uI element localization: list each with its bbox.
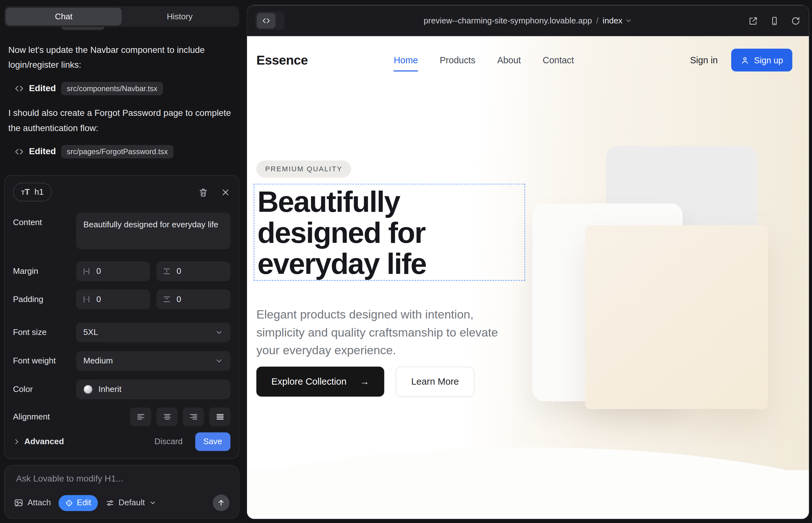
hero-cta-group: Explore Collection → Learn More: [256, 366, 474, 397]
font-weight-label: Font weight: [13, 356, 76, 365]
url-bar[interactable]: preview--charming-site-symphony.lovable.…: [424, 16, 632, 25]
color-swatch: [83, 385, 92, 394]
chevron-down-icon: [215, 328, 223, 337]
content-label: Content: [13, 213, 76, 227]
color-select[interactable]: Inherit: [76, 380, 230, 399]
premium-quality-badge: PREMIUM QUALITY: [256, 161, 351, 178]
vertical-spacing-icon: [162, 267, 171, 275]
margin-y-input[interactable]: 0: [156, 262, 231, 281]
nav-link-home[interactable]: Home: [394, 55, 418, 66]
send-button[interactable]: [213, 494, 229, 511]
panel-tabs: Chat History: [4, 6, 239, 27]
element-tag-label: h1: [35, 187, 44, 197]
edit-label: Edit: [77, 498, 91, 507]
url-separator: /: [596, 16, 598, 25]
hero-description: Elegant products designed with intention…: [256, 306, 511, 359]
url-host: preview--charming-site-symphony.lovable.…: [424, 16, 592, 25]
composer-input[interactable]: [12, 472, 231, 486]
align-justify-button[interactable]: [209, 408, 231, 426]
file-chip[interactable]: src/pages/ForgotPassword.tsx: [61, 145, 174, 159]
file-edit-row: Edited src/components/Navbar.tsx: [8, 82, 232, 95]
edit-target-icon: [66, 499, 73, 507]
margin-label: Margin: [13, 267, 76, 276]
learn-more-button[interactable]: Learn More: [395, 366, 474, 397]
padding-x-value: 0: [96, 295, 101, 304]
code-toggle-button[interactable]: [257, 13, 276, 29]
nav-links: Home Products About Contact: [394, 55, 574, 66]
explore-collection-button[interactable]: Explore Collection →: [256, 366, 384, 397]
content-row: Content Beautifully designed for everyda…: [13, 213, 231, 249]
align-center-button[interactable]: [156, 408, 178, 426]
chat-message: I should also create a Forgot Password p…: [8, 106, 232, 136]
file-edit-row: Edited src/pages/ForgotPassword.tsx: [8, 145, 232, 159]
arrow-up-icon: [217, 499, 225, 507]
image-icon: [14, 498, 23, 507]
open-external-icon[interactable]: [748, 16, 758, 26]
nav-link-contact[interactable]: Contact: [543, 55, 574, 66]
chevron-right-icon: [13, 438, 20, 446]
page-selector[interactable]: index: [603, 16, 632, 25]
refresh-icon[interactable]: [791, 16, 800, 26]
sign-up-button[interactable]: Sign up: [731, 49, 792, 72]
padding-y-input[interactable]: 0: [156, 289, 231, 309]
tab-chat[interactable]: Chat: [6, 8, 122, 26]
font-size-select[interactable]: 5XL: [76, 323, 230, 342]
site-navbar: Essence Home Products About Contact Sign…: [247, 36, 809, 84]
attach-button[interactable]: Attach: [14, 498, 51, 507]
mobile-view-icon[interactable]: [770, 16, 779, 26]
font-weight-value: Medium: [83, 356, 113, 365]
auth-buttons: Sign in Sign up: [690, 49, 792, 72]
element-tag-badge[interactable]: TT h1: [13, 183, 52, 201]
text-size-icon: TT: [21, 188, 30, 196]
horizontal-padding-icon: [82, 295, 91, 303]
align-left-button[interactable]: [130, 408, 151, 426]
editor-footer: Advanced Discard Save: [13, 432, 231, 451]
tab-history[interactable]: History: [122, 8, 237, 26]
advanced-toggle[interactable]: Advanced: [13, 437, 64, 446]
decor-card-cream: [585, 225, 768, 409]
align-right-button[interactable]: [183, 408, 204, 426]
brand-logo[interactable]: Essence: [256, 53, 307, 68]
color-label: Color: [13, 385, 76, 394]
model-default-button[interactable]: Default: [105, 498, 156, 507]
margin-x-input[interactable]: 0: [76, 262, 150, 281]
editor-actions: [198, 187, 230, 197]
font-size-label: Font size: [13, 328, 76, 337]
font-weight-select[interactable]: Medium: [76, 351, 230, 371]
editor-header: TT h1: [13, 183, 231, 201]
advanced-label: Advanced: [24, 437, 64, 446]
file-chip[interactable]: src/components/Navbar.tsx: [61, 82, 163, 95]
sign-up-label: Sign up: [754, 55, 783, 65]
horizontal-spacing-icon: [82, 267, 91, 275]
vertical-padding-icon: [162, 295, 171, 303]
preview-browser: preview--charming-site-symphony.lovable.…: [247, 5, 809, 519]
browser-actions: [748, 16, 800, 26]
chevron-down-icon: [625, 17, 632, 24]
lovable-app: Chat History Now let's update the Navbar…: [0, 0, 812, 523]
selected-h1-outline[interactable]: Beautifully designed for everyday life: [254, 184, 525, 281]
trash-icon[interactable]: [198, 187, 208, 197]
hero-headline[interactable]: Beautifully designed for everyday life: [254, 184, 525, 281]
save-button[interactable]: Save: [195, 432, 231, 451]
padding-label: Padding: [13, 295, 76, 304]
chevron-down-icon: [149, 499, 156, 507]
font-weight-row: Font weight Medium: [13, 351, 231, 371]
close-icon[interactable]: [221, 187, 231, 197]
sign-in-link[interactable]: Sign in: [690, 55, 718, 66]
edit-mode-button[interactable]: Edit: [58, 495, 98, 511]
site-preview: Essence Home Products About Contact Sign…: [247, 36, 809, 519]
chat-thread: Now let's update the Navbar component to…: [8, 42, 232, 169]
margin-row: Margin 0 0: [13, 262, 231, 281]
font-size-value: 5XL: [83, 328, 98, 337]
code-preview-toggle: [255, 12, 284, 30]
discard-button[interactable]: Discard: [149, 433, 188, 451]
nav-link-about[interactable]: About: [497, 55, 521, 66]
chat-message: Now let's update the Navbar component to…: [8, 42, 232, 72]
margin-x-value: 0: [96, 267, 101, 276]
padding-x-input[interactable]: 0: [76, 289, 150, 309]
composer: Attach Edit Default: [4, 465, 239, 519]
nav-link-products[interactable]: Products: [440, 55, 475, 66]
font-size-row: Font size 5XL: [13, 323, 231, 342]
content-input[interactable]: Beautifully designed for everyday life: [76, 213, 230, 249]
sliders-icon: [105, 498, 114, 507]
